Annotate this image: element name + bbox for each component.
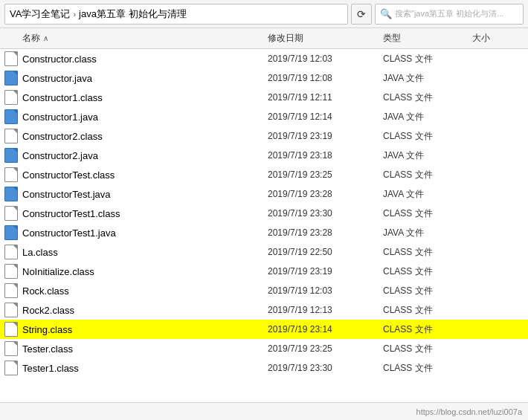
table-row[interactable]: ConstructorTest.class2019/7/19 23:25CLAS… — [0, 165, 528, 184]
file-name: Constructor2.java — [22, 150, 268, 161]
file-icon — [0, 51, 22, 66]
table-row[interactable]: Rock2.class2019/7/19 12:13CLASS 文件 — [0, 300, 528, 320]
file-icon — [0, 71, 22, 85]
table-row[interactable]: Constructor2.java2019/7/19 23:18JAVA 文件 — [0, 146, 528, 165]
col-header-type[interactable]: 类型 — [383, 32, 472, 45]
file-name: La.class — [22, 247, 268, 258]
file-name: NoInitialize.class — [22, 266, 268, 277]
file-name: ConstructorTest1.java — [22, 227, 268, 239]
file-date: 2019/7/19 23:19 — [268, 266, 383, 277]
file-type: CLASS 文件 — [383, 91, 472, 104]
file-type: CLASS 文件 — [383, 285, 472, 297]
file-date: 2019/7/19 23:25 — [268, 343, 383, 354]
file-type: CLASS 文件 — [383, 130, 472, 143]
refresh-button[interactable]: ⟳ — [351, 4, 372, 25]
file-type: CLASS 文件 — [383, 207, 472, 220]
file-date: 2019/7/19 23:28 — [268, 227, 383, 238]
file-icon — [0, 206, 22, 221]
file-type: CLASS 文件 — [383, 246, 472, 259]
status-bar: https://blog.csdn.net/luzi007a — [0, 402, 528, 420]
table-row[interactable]: Constructor2.class2019/7/19 23:19CLASS 文… — [0, 126, 528, 146]
file-icon — [0, 148, 22, 163]
search-bar[interactable]: 🔍 搜索"java第五章 初始化与清... — [375, 4, 524, 25]
class-file-icon — [4, 283, 18, 298]
file-date: 2019/7/19 23:25 — [268, 169, 383, 180]
table-row[interactable]: ConstructorTest1.java2019/7/19 23:28JAVA… — [0, 223, 528, 242]
class-file-icon — [4, 90, 18, 105]
table-row[interactable]: Constructor.class2019/7/19 12:03CLASS 文件 — [0, 49, 528, 68]
table-row[interactable]: Constructor.java2019/7/19 12:08JAVA 文件 — [0, 68, 528, 88]
file-type: CLASS 文件 — [383, 53, 472, 65]
column-headers: 名称 ∧ 修改日期 类型 大小 — [0, 28, 528, 49]
file-date: 2019/7/19 12:03 — [268, 285, 383, 296]
class-file-icon — [4, 245, 18, 259]
file-date: 2019/7/19 23:30 — [268, 363, 383, 373]
file-date: 2019/7/19 12:13 — [268, 305, 383, 315]
file-name: Tester1.class — [22, 363, 268, 374]
file-type: CLASS 文件 — [383, 362, 472, 375]
breadcrumb-root: VA学习全笔记 — [10, 7, 70, 21]
file-type: CLASS 文件 — [383, 343, 472, 355]
file-date: 2019/7/19 23:14 — [268, 324, 383, 335]
col-header-name[interactable]: 名称 ∧ — [0, 32, 268, 45]
file-date: 2019/7/19 23:19 — [268, 131, 383, 141]
file-icon — [0, 361, 22, 375]
file-icon — [0, 322, 22, 337]
table-row[interactable]: La.class2019/7/19 22:50CLASS 文件 — [0, 242, 528, 262]
file-name: Constructor2.class — [22, 131, 268, 142]
class-file-icon — [4, 51, 18, 66]
file-date: 2019/7/19 23:18 — [268, 150, 383, 161]
class-file-icon — [4, 303, 18, 317]
table-row[interactable]: Constructor1.java2019/7/19 12:14JAVA 文件 — [0, 107, 528, 126]
file-date: 2019/7/19 12:08 — [268, 73, 383, 83]
breadcrumb-bar[interactable]: VA学习全笔记 › java第五章 初始化与清理 — [4, 4, 348, 25]
col-header-size[interactable]: 大小 — [472, 32, 528, 45]
file-date: 2019/7/19 22:50 — [268, 247, 383, 257]
table-row[interactable]: String.class2019/7/19 23:14CLASS 文件 — [0, 320, 528, 339]
class-file-icon — [4, 341, 18, 356]
table-row[interactable]: Tester.class2019/7/19 23:25CLASS 文件 — [0, 339, 528, 358]
table-row[interactable]: ConstructorTest1.class2019/7/19 23:30CLA… — [0, 204, 528, 223]
file-icon — [0, 225, 22, 240]
refresh-icon: ⟳ — [357, 8, 366, 20]
breadcrumb-folder: java第五章 初始化与清理 — [79, 7, 186, 21]
java-file-icon — [4, 71, 18, 85]
table-row[interactable]: ConstructorTest.java2019/7/19 23:28JAVA … — [0, 184, 528, 204]
file-name: Rock.class — [22, 285, 268, 297]
table-row[interactable]: Constructor1.class2019/7/19 12:11CLASS 文… — [0, 88, 528, 107]
file-icon — [0, 303, 22, 317]
class-file-icon — [4, 167, 18, 182]
table-row[interactable]: Tester1.class2019/7/19 23:30CLASS 文件 — [0, 358, 528, 378]
file-icon — [0, 90, 22, 105]
toolbar: VA学习全笔记 › java第五章 初始化与清理 ⟳ 🔍 搜索"java第五章 … — [0, 0, 528, 28]
file-icon — [0, 245, 22, 259]
table-row[interactable]: Rock.class2019/7/19 12:03CLASS 文件 — [0, 281, 528, 300]
file-name: ConstructorTest.class — [22, 169, 268, 181]
file-date: 2019/7/19 12:14 — [268, 112, 383, 122]
file-icon — [0, 129, 22, 143]
class-file-icon — [4, 361, 18, 375]
java-file-icon — [4, 225, 18, 240]
table-row[interactable]: NoInitialize.class2019/7/19 23:19CLASS 文… — [0, 262, 528, 281]
file-name: ConstructorTest1.class — [22, 208, 268, 219]
java-file-icon — [4, 109, 18, 124]
file-type: JAVA 文件 — [383, 72, 472, 85]
file-type: JAVA 文件 — [383, 188, 472, 201]
col-header-date[interactable]: 修改日期 — [268, 32, 383, 45]
class-file-icon — [4, 264, 18, 279]
watermark-text: https://blog.csdn.net/luzi007a — [416, 407, 522, 416]
file-type: CLASS 文件 — [383, 169, 472, 181]
class-file-icon — [4, 206, 18, 221]
java-file-icon — [4, 187, 18, 201]
file-list: Constructor.class2019/7/19 12:03CLASS 文件… — [0, 49, 528, 402]
file-name: Tester.class — [22, 343, 268, 355]
file-name: String.class — [22, 324, 268, 335]
search-icon: 🔍 — [380, 8, 392, 19]
file-type: JAVA 文件 — [383, 149, 472, 162]
file-type: JAVA 文件 — [383, 227, 472, 239]
file-name: Rock2.class — [22, 305, 268, 316]
sort-arrow-icon: ∧ — [43, 34, 48, 42]
file-icon — [0, 109, 22, 124]
file-icon — [0, 167, 22, 182]
file-name: Constructor1.class — [22, 92, 268, 103]
